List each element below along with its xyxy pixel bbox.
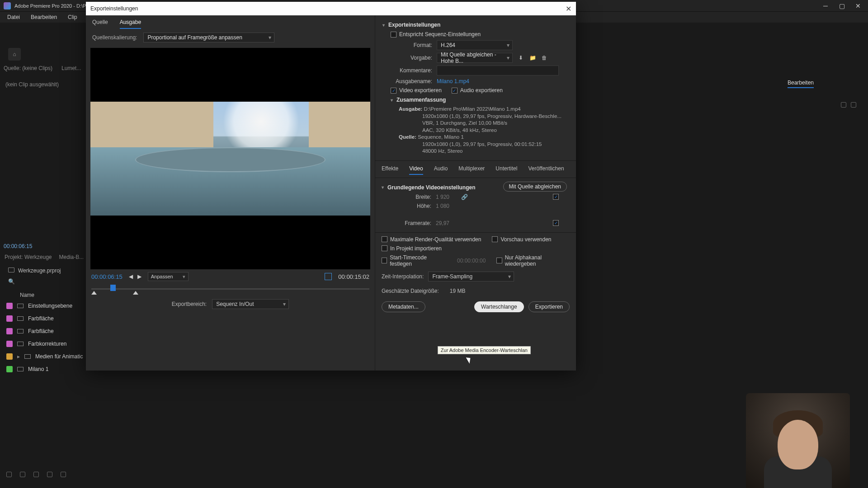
fit-dropdown[interactable]: Anpassen — [148, 272, 189, 281]
minimize-button[interactable]: ─ — [823, 3, 828, 9]
label-chip — [6, 303, 13, 309]
freeform-view-icon[interactable] — [47, 472, 52, 477]
width-match-checkbox[interactable] — [553, 194, 559, 200]
output-name-label: Ausgabename: — [391, 78, 432, 84]
tab-audio[interactable]: Audio — [434, 165, 448, 175]
project-item[interactable]: Milano 1 — [6, 364, 83, 374]
export-video-checkbox[interactable]: Video exportieren — [391, 87, 442, 94]
item-name: Farbkorrekturen — [28, 341, 66, 347]
tab-output[interactable]: Ausgabe — [120, 19, 141, 29]
menu-clip[interactable]: Clip — [63, 13, 82, 22]
media-browser-tab[interactable]: Media-B... — [59, 254, 84, 260]
max-render-quality-checkbox[interactable]: Maximale Render-Qualität verwenden — [382, 236, 481, 243]
preset-label: Vorgabe: — [391, 55, 432, 61]
project-item[interactable]: Farbfläche — [6, 326, 83, 336]
width-value[interactable]: 1 920 — [436, 194, 454, 200]
save-preset-icon[interactable]: ⬇ — [517, 55, 524, 61]
dialog-title: Exporteinstellungen — [90, 5, 138, 12]
close-window-button[interactable]: ✕ — [855, 3, 861, 9]
time-interpolation-dropdown[interactable]: Frame-Sampling — [428, 272, 514, 282]
link-dimensions-icon[interactable]: 🔗 — [461, 194, 468, 200]
close-icon[interactable]: ✕ — [566, 5, 571, 13]
maximize-button[interactable]: ▢ — [839, 3, 844, 9]
set-start-timecode-checkbox[interactable]: Start-Timecode festlegen — [382, 254, 446, 267]
framerate-value[interactable]: 29,97 — [436, 220, 454, 226]
item-name: Farbfläche — [28, 328, 54, 334]
column-name-header[interactable]: Name — [20, 292, 34, 298]
match-sequence-checkbox[interactable]: Entspricht Sequenz-Einstellungen — [391, 31, 481, 38]
export-range-dropdown[interactable]: Sequenz In/Out — [212, 299, 289, 309]
project-item[interactable]: ▸Medien für Animatic — [6, 352, 83, 361]
project-item[interactable]: Farbkorrekturen — [6, 339, 83, 349]
icon-view-icon[interactable] — [33, 472, 39, 477]
export-settings-dialog: Exporteinstellungen ✕ Quelle Ausgabe Que… — [86, 2, 576, 371]
start-timecode-value: 00:00:00:00 — [457, 258, 486, 264]
alpha-only-checkbox[interactable]: Nur Alphakanal wiedergeben — [496, 254, 570, 267]
summary-output-line2: 868x488 (1,0), 29,97 fps, Progressiv, … — [399, 113, 561, 120]
comments-label: Kommentare: — [391, 67, 432, 74]
delete-preset-icon[interactable]: 🗑 — [541, 55, 548, 61]
height-label: Höhe: — [400, 203, 431, 209]
tab-multiplexer[interactable]: Multiplexer — [458, 165, 485, 175]
out-point-marker[interactable] — [133, 291, 138, 295]
list-view-icon[interactable] — [20, 472, 25, 477]
in-timecode[interactable]: 00:00:06:15 — [91, 273, 123, 280]
preset-dropdown[interactable]: Mit Quelle abgleichen - Hohe B... — [437, 53, 513, 63]
source-panel-tab[interactable]: Quelle: (keine Clips) — [4, 65, 52, 71]
crop-icon[interactable] — [325, 273, 332, 280]
height-value[interactable]: 1 080 — [436, 203, 454, 209]
framerate-label: Framerate: — [400, 220, 431, 226]
lumetri-panel-tab[interactable]: Lumet... — [61, 65, 81, 71]
in-point-marker[interactable] — [91, 291, 97, 295]
expand-icon[interactable]: ▸ — [17, 353, 20, 360]
import-preset-icon[interactable]: 📁 — [529, 55, 536, 61]
tab-effects[interactable]: Effekte — [382, 165, 398, 175]
summary-source-line3: 48000 Hz, Stereo — [399, 148, 463, 155]
summary-header[interactable]: Zusammenfassung — [382, 95, 569, 105]
app-icon — [4, 2, 11, 9]
label-chip — [6, 353, 13, 360]
export-settings-header[interactable]: Exporteinstellungen — [382, 20, 569, 30]
export-button[interactable]: Exportieren — [528, 301, 570, 312]
metadata-button[interactable]: Metadaten... — [382, 301, 425, 312]
play-icon[interactable]: ▶ — [137, 273, 142, 280]
framerate-match-checkbox[interactable] — [553, 220, 559, 226]
item-icon — [17, 329, 24, 333]
match-source-button[interactable]: Mit Quelle abgleichen — [503, 182, 567, 192]
label-chip — [6, 341, 13, 347]
match-sequence-label: Entspricht Sequenz-Einstellungen — [399, 31, 481, 38]
menu-file[interactable]: Datei — [3, 13, 24, 22]
project-item[interactable]: Farbfläche — [6, 314, 83, 324]
tab-publish[interactable]: Veröffentlichen — [528, 165, 564, 175]
trash-icon[interactable] — [851, 102, 856, 108]
home-icon[interactable]: ⌂ — [8, 48, 21, 61]
output-name-link[interactable]: Milano 1.mp4 — [437, 78, 469, 84]
use-previews-checkbox[interactable]: Vorschau verwenden — [492, 236, 551, 243]
playhead-icon[interactable] — [110, 285, 116, 291]
mouse-cursor-icon — [467, 356, 474, 364]
tab-video[interactable]: Video — [409, 165, 423, 175]
comments-input[interactable] — [437, 66, 559, 75]
menu-edit[interactable]: Bearbeiten — [26, 13, 61, 22]
new-bin-icon[interactable] — [841, 102, 846, 108]
label-chip — [6, 328, 13, 334]
out-timecode[interactable]: 00:00:15:02 — [338, 273, 369, 280]
preview-timeline[interactable] — [91, 284, 369, 295]
edit-tab[interactable]: Bearbeiten — [788, 80, 814, 88]
format-dropdown[interactable]: H.264 — [437, 40, 513, 50]
source-scaling-dropdown[interactable]: Proportional auf Framegröße anpassen — [143, 33, 274, 42]
export-audio-checkbox[interactable]: Audio exportieren — [452, 87, 503, 94]
zoom-slider-icon[interactable] — [61, 472, 66, 477]
estimated-filesize-label: Geschätzte Dateigröße: — [382, 288, 439, 294]
step-back-icon[interactable]: ◀ — [129, 273, 133, 280]
new-item-icon[interactable] — [6, 472, 12, 477]
import-into-project-checkbox[interactable]: In Projekt importieren — [382, 245, 442, 252]
tab-source[interactable]: Quelle — [92, 19, 108, 29]
search-icon[interactable]: 🔍 — [8, 278, 15, 285]
project-item[interactable]: Einstellungsebene — [6, 301, 83, 311]
item-name: Farbfläche — [28, 315, 54, 322]
tab-captions[interactable]: Untertitel — [495, 165, 517, 175]
set-start-timecode-label: Start-Timecode festlegen — [390, 254, 446, 267]
queue-button[interactable]: Warteschlange — [474, 301, 524, 312]
project-tab[interactable]: Projekt: Werkzeuge — [5, 254, 52, 260]
